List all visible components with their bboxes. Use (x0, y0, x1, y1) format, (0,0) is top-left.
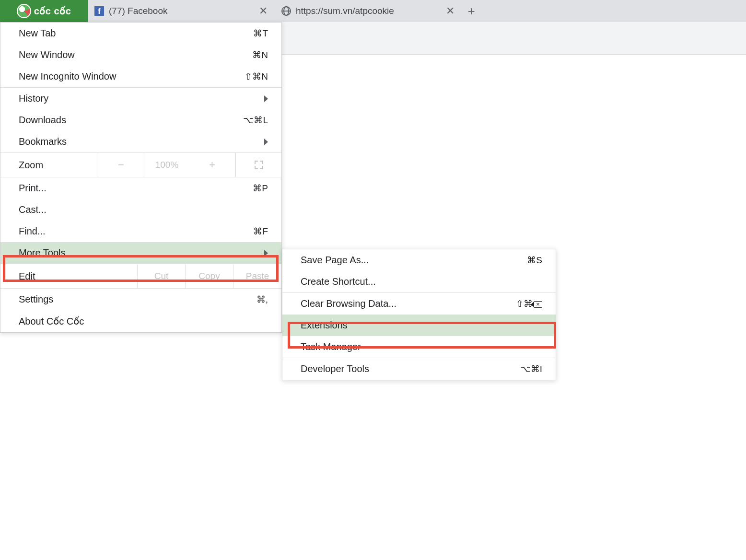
zoom-level: 100% (144, 153, 189, 177)
menu-label: Find... (19, 226, 46, 237)
cut-button[interactable]: Cut (138, 264, 186, 288)
menu-shortcut: ⌘N (252, 49, 268, 60)
menu-label: More Tools (19, 247, 65, 258)
menu-about[interactable]: About Cốc Cốc (0, 310, 281, 332)
paste-button[interactable]: Paste (233, 264, 281, 288)
submenu-save-page[interactable]: Save Page As... ⌘S (282, 249, 556, 271)
menu-label: Bookmarks (19, 136, 67, 147)
facebook-icon: f (94, 6, 104, 16)
menu-shortcut: ⌘S (527, 255, 542, 266)
new-tab-button[interactable]: + (462, 0, 481, 22)
menu-new-window[interactable]: New Window ⌘N (0, 44, 281, 66)
menu-shortcut: ⌥⌘I (520, 363, 542, 374)
brand-name: cốc cốc (34, 5, 71, 17)
menu-edit: Edit Cut Copy Paste (0, 264, 281, 288)
main-menu: New Tab ⌘T New Window ⌘N New Incognito W… (0, 22, 282, 333)
menu-label: Save Page As... (301, 255, 369, 266)
chevron-right-icon (264, 250, 268, 257)
tab-facebook[interactable]: f (77) Facebook ✕ (88, 0, 275, 22)
menu-label: Settings (19, 294, 53, 305)
close-icon[interactable]: ✕ (445, 5, 455, 17)
menu-label: New Window (19, 49, 75, 60)
submenu-extensions[interactable]: Extensions (282, 315, 556, 336)
submenu-create-shortcut[interactable]: Create Shortcut... (282, 271, 556, 292)
menu-label: Downloads (19, 115, 66, 126)
menu-label: Cast... (19, 204, 47, 215)
copy-button[interactable]: Copy (186, 264, 233, 288)
menu-label: New Incognito Window (19, 71, 116, 82)
menu-shortcut: ⇧⌘N (245, 71, 268, 82)
submenu-developer-tools[interactable]: Developer Tools ⌥⌘I (282, 358, 556, 380)
menu-cast[interactable]: Cast... (0, 199, 281, 221)
zoom-in-button[interactable]: + (189, 153, 235, 177)
menu-settings[interactable]: Settings ⌘, (0, 289, 281, 310)
coccoc-logo-icon (17, 4, 31, 18)
menu-history[interactable]: History (0, 88, 281, 109)
fullscreen-icon (255, 161, 263, 169)
menu-shortcut: ⇧⌘ (516, 298, 542, 309)
fullscreen-button[interactable] (235, 153, 281, 177)
menu-label: New Tab (19, 28, 56, 39)
menu-label: Print... (19, 183, 47, 194)
menu-shortcut: ⌘, (256, 294, 268, 305)
menu-label: Developer Tools (301, 363, 369, 374)
edit-label: Edit (0, 264, 138, 288)
menu-shortcut: ⌘F (253, 226, 268, 237)
menu-shortcut: ⌘T (253, 28, 268, 39)
menu-shortcut: ⌘P (253, 183, 268, 194)
tab-sumvn[interactable]: https://sum.vn/atpcookie ✕ (275, 0, 462, 22)
chevron-right-icon (264, 139, 268, 145)
menu-downloads[interactable]: Downloads ⌥⌘L (0, 109, 281, 131)
zoom-out-button[interactable]: − (98, 153, 144, 177)
zoom-label: Zoom (0, 153, 98, 177)
menu-shortcut: ⌥⌘L (243, 115, 268, 126)
submenu-clear-browsing[interactable]: Clear Browsing Data... ⇧⌘ (282, 293, 556, 315)
menu-label: Clear Browsing Data... (301, 298, 396, 309)
menu-find[interactable]: Find... ⌘F (0, 221, 281, 242)
tab-title: (77) Facebook (109, 6, 254, 16)
menu-label: Create Shortcut... (301, 276, 376, 287)
backspace-icon (534, 301, 542, 308)
menu-label: Extensions (301, 320, 348, 331)
menu-label: History (19, 93, 48, 104)
close-icon[interactable]: ✕ (258, 5, 268, 17)
menu-zoom: Zoom − 100% + (0, 153, 281, 177)
tab-strip: cốc cốc f (77) Facebook ✕ https://sum.vn… (0, 0, 746, 22)
globe-icon (281, 6, 291, 16)
chevron-right-icon (264, 95, 268, 102)
menu-new-tab[interactable]: New Tab ⌘T (0, 23, 281, 44)
submenu-task-manager[interactable]: Task Manager (282, 336, 556, 358)
menu-more-tools[interactable]: More Tools (0, 242, 281, 264)
menu-label: About Cốc Cốc (19, 315, 84, 327)
menu-label: Task Manager (301, 341, 361, 352)
more-tools-submenu: Save Page As... ⌘S Create Shortcut... Cl… (282, 249, 556, 380)
menu-bookmarks[interactable]: Bookmarks (0, 131, 281, 152)
browser-brand[interactable]: cốc cốc (0, 0, 88, 22)
menu-new-incognito[interactable]: New Incognito Window ⇧⌘N (0, 66, 281, 87)
tab-title: https://sum.vn/atpcookie (296, 6, 441, 16)
menu-print[interactable]: Print... ⌘P (0, 177, 281, 199)
